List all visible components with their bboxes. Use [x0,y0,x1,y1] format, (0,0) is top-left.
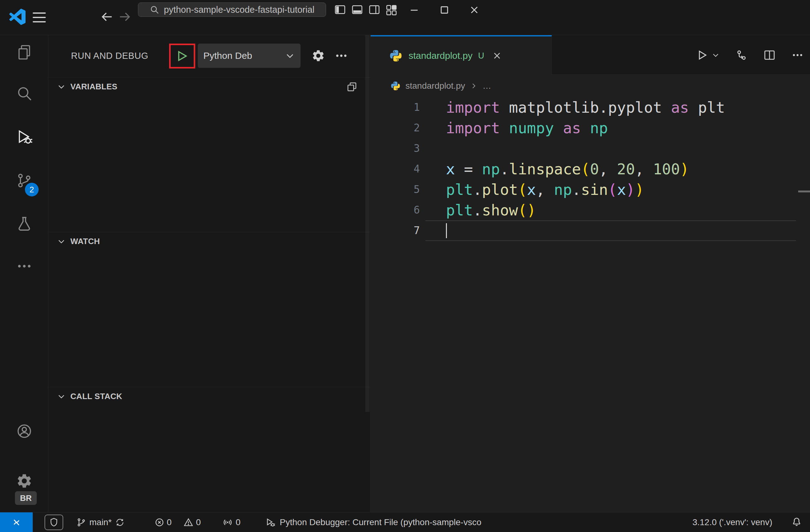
activity-source-control-icon[interactable]: 2 [0,163,48,198]
navigate-forward-icon[interactable] [118,10,131,23]
sidebar-title: RUN AND DEBUG [71,51,148,61]
git-branch-status[interactable]: main* [76,517,125,527]
sidebar-scrollbar[interactable] [365,35,370,412]
code-line[interactable]: 2import numpy as np [371,118,810,138]
menu-hamburger-icon[interactable] [32,11,46,24]
split-editor-icon[interactable] [763,49,776,61]
notifications-bell-icon[interactable] [791,517,802,528]
activity-search-icon[interactable] [0,76,48,111]
toggle-primary-sidebar-icon[interactable] [334,4,346,16]
warning-count: 0 [196,517,201,527]
code-line[interactable]: 5plt.plot(x, np.sin(x)) [371,179,810,200]
close-window-icon[interactable] [468,4,480,16]
tab-close-icon[interactable] [492,50,502,61]
run-and-debug-sidebar: RUN AND DEBUG Python Deb VARIABLES [48,35,371,512]
activity-testing-icon[interactable] [0,207,48,241]
line-content: plt.show() [446,200,536,220]
workspace-trust-button[interactable] [45,515,63,530]
error-icon [155,517,164,527]
chevron-down-icon [285,51,295,61]
run-python-file-button[interactable] [696,49,720,61]
problems-status[interactable]: 0 0 [155,517,201,527]
shield-icon [49,517,59,527]
vscode-window: python-sample-vscode-fastapi-tutorial [0,0,810,532]
ports-status[interactable]: 0 [223,517,241,527]
line-content: plt.plot(x, np.sin(x)) [446,179,644,200]
line-number: 4 [371,159,420,179]
code-line[interactable]: 3 [371,138,810,159]
editor-actions [696,35,804,75]
code-line[interactable]: 4x = np.linspace(0, 20, 100) [371,159,810,179]
warning-icon [183,517,193,527]
section-watch-label: WATCH [70,237,100,246]
search-icon [149,5,159,15]
debug-configuration-dropdown[interactable]: Python Deb [198,44,301,68]
code-area[interactable]: 1import matplotlib.pyplot as plt2import … [371,97,810,512]
toggle-panel-icon[interactable] [351,4,363,16]
search-label: python-sample-vscode-fastapi-tutorial [164,5,314,15]
overview-ruler-cursor-mark [798,190,810,193]
remote-indicator[interactable] [0,512,33,532]
editor-more-actions-icon[interactable] [791,49,804,61]
chevron-down-icon[interactable] [712,51,720,59]
editor-group: standardplot.py U standardplot.py [371,35,810,512]
activity-explorer-icon[interactable] [0,35,48,69]
code-lines: 1import matplotlib.pyplot as plt2import … [371,97,810,241]
section-call-stack[interactable]: CALL STACK [48,387,370,405]
python-file-icon [389,49,402,62]
interpreter-label: 3.12.0 ('.venv': venv) [692,517,772,527]
broadcast-icon [223,517,233,527]
title-bar: python-sample-vscode-fastapi-tutorial [0,0,810,35]
customize-layout-icon[interactable] [386,4,398,16]
python-file-icon [390,81,401,91]
line-content: import matplotlib.pyplot as plt [446,97,725,118]
python-debugger-status[interactable]: Python Debugger: Current File (python-sa… [265,517,481,527]
tab-modified-indicator: U [478,51,484,61]
line-number: 3 [371,138,420,159]
section-variables[interactable]: VARIABLES [48,77,370,96]
minimize-icon[interactable] [408,4,420,16]
maximize-icon[interactable] [438,4,450,16]
account-icon[interactable] [0,414,48,448]
debug-icon [265,517,275,527]
toggle-secondary-sidebar-icon[interactable] [368,4,380,16]
section-watch[interactable]: WATCH [48,232,370,251]
command-center-search[interactable]: python-sample-vscode-fastapi-tutorial [138,2,326,17]
line-number: 2 [371,118,420,138]
breadcrumb-more[interactable]: … [482,81,491,91]
sidebar-header: RUN AND DEBUG Python Deb [48,35,370,76]
line-number: 5 [371,179,420,200]
debug-configuration-label: Python Deb [204,50,285,61]
profile-badge: BR [14,491,37,505]
port-count: 0 [236,517,241,527]
breadcrumb-file[interactable]: standardplot.py [405,81,465,91]
line-number: 1 [371,97,420,118]
code-line[interactable]: 1import matplotlib.pyplot as plt [371,97,810,118]
code-line[interactable]: 6plt.show() [371,200,810,220]
debugger-label: Python Debugger: Current File (python-sa… [280,517,481,527]
activity-bar: 2 BR [0,35,48,512]
activity-more-icon[interactable] [0,249,48,283]
tab-standardplot[interactable]: standardplot.py U [371,35,552,75]
chevron-down-icon [57,237,66,246]
chevron-down-icon [57,392,66,401]
line-content: x = np.linspace(0, 20, 100) [446,159,689,179]
scm-badge: 2 [25,183,38,196]
tab-bar: standardplot.py U [371,35,810,75]
views-more-actions-icon[interactable] [335,49,348,63]
copy-value-icon[interactable] [346,82,357,92]
navigate-back-icon[interactable] [100,10,113,23]
open-changes-icon[interactable] [735,49,748,61]
run-icon [696,49,709,61]
python-interpreter-status[interactable]: 3.12.0 ('.venv': venv) [692,517,772,527]
error-count: 0 [167,517,172,527]
line-number: 6 [371,200,420,220]
activity-run-debug-icon[interactable] [0,120,48,154]
chevron-down-icon [57,83,66,91]
start-debugging-button[interactable] [175,49,189,63]
code-line[interactable]: 7 [371,220,810,241]
debug-settings-gear-icon[interactable] [311,49,325,63]
tutorial-highlight-box [169,44,195,68]
line-number: 7 [371,220,420,241]
chevron-right-icon [470,82,477,90]
